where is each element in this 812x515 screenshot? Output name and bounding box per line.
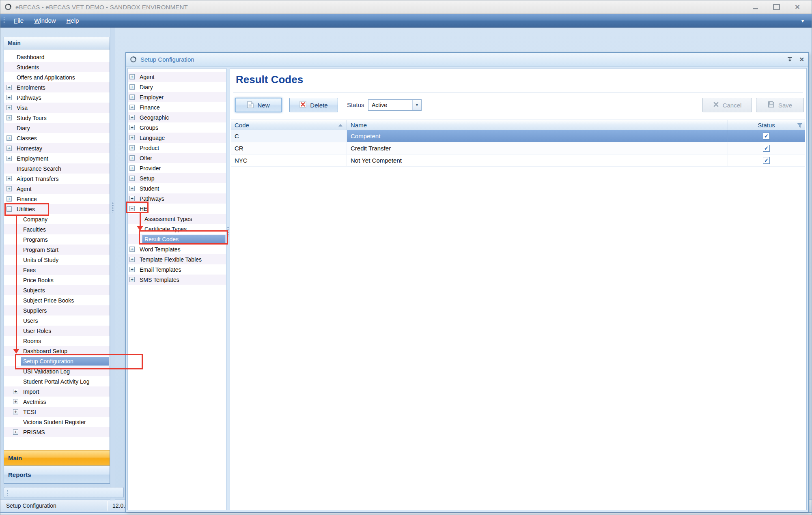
expand-icon[interactable]: + <box>13 389 18 394</box>
expand-icon[interactable]: + <box>129 115 135 120</box>
nav-item-user-roles[interactable]: User Roles <box>4 326 110 336</box>
save-button[interactable]: Save <box>756 98 804 112</box>
minimize-button[interactable] <box>749 2 761 11</box>
expand-icon[interactable]: + <box>129 165 135 171</box>
expand-icon[interactable]: + <box>129 94 135 100</box>
nav-item-dashboard[interactable]: Dashboard <box>4 52 110 62</box>
nav-item-tcsi[interactable]: +TCSI <box>4 407 110 417</box>
status-filter-select[interactable]: Active <box>368 99 422 111</box>
dock-icon[interactable] <box>787 57 793 62</box>
expand-icon[interactable]: + <box>6 146 12 151</box>
grid-row-nyc[interactable]: NYCNot Yet Competent <box>231 154 805 167</box>
menu-help[interactable]: Help <box>61 14 84 27</box>
status-checkbox[interactable] <box>763 157 770 164</box>
nav-item-program-start[interactable]: Program Start <box>4 245 110 255</box>
cell-code[interactable]: NYC <box>231 154 347 166</box>
setup-item-assessment-types[interactable]: Assessment Types <box>128 214 226 224</box>
nav-item-setup-configuration[interactable]: Setup Configuration <box>4 356 110 366</box>
expand-icon[interactable]: + <box>13 399 18 404</box>
nav-item-programs[interactable]: Programs <box>4 234 110 245</box>
setup-item-pathways[interactable]: +Pathways <box>128 193 226 204</box>
nav-item-faculties[interactable]: Faculties <box>4 224 110 234</box>
nav-item-student-portal-activity-log[interactable]: Student Portal Activity Log <box>4 376 110 386</box>
expand-icon[interactable]: + <box>6 115 12 120</box>
nav-item-dashboard-setup[interactable]: Dashboard Setup <box>4 346 110 356</box>
expand-icon[interactable]: + <box>129 267 135 272</box>
nav-item-employment[interactable]: +Employment <box>4 153 110 163</box>
menu-file[interactable]: File <box>9 14 29 27</box>
setup-item-result-codes[interactable]: Result Codes <box>128 234 226 244</box>
expand-icon[interactable]: + <box>129 196 135 201</box>
expand-icon[interactable]: + <box>129 257 135 262</box>
setup-item-language[interactable]: +Language <box>128 133 226 143</box>
nav-item-price-books[interactable]: Price Books <box>4 275 110 285</box>
nav-item-offers-and-applications[interactable]: Offers and Applications <box>4 72 110 82</box>
setup-item-offer[interactable]: +Offer <box>128 153 226 163</box>
setup-window-titlebar[interactable]: Setup Configuration <box>126 53 808 67</box>
setup-item-certificate-types[interactable]: Certificate Types <box>128 224 226 234</box>
setup-item-agent[interactable]: +Agent <box>128 72 226 82</box>
nav-item-suppliers[interactable]: Suppliers <box>4 305 110 315</box>
splitter-grip-icon[interactable] <box>227 226 229 237</box>
expand-icon[interactable]: + <box>129 155 135 161</box>
expand-icon[interactable]: + <box>129 145 135 150</box>
setup-item-sms-templates[interactable]: +SMS Templates <box>128 275 226 285</box>
nav-item-pathways[interactable]: +Pathways <box>4 92 110 103</box>
nav-item-subjects[interactable]: Subjects <box>4 285 110 295</box>
sidebar-splitter[interactable] <box>110 28 115 500</box>
toolbar-grip[interactable] <box>3 17 5 24</box>
filter-icon[interactable] <box>797 123 803 128</box>
expand-icon[interactable]: + <box>13 429 18 435</box>
collapse-icon[interactable]: − <box>6 206 12 212</box>
nav-item-victoria-student-register[interactable]: Victoria Student Register <box>4 417 110 427</box>
cell-name[interactable]: Competent <box>347 130 728 142</box>
expand-icon[interactable]: + <box>6 135 12 141</box>
setup-item-word-templates[interactable]: +Word Templates <box>128 244 226 254</box>
expand-icon[interactable]: + <box>6 186 12 191</box>
toolbar-overflow-chevron-icon[interactable] <box>799 17 807 24</box>
nav-item-fees[interactable]: Fees <box>4 265 110 275</box>
setup-item-geographic[interactable]: +Geographic <box>128 112 226 122</box>
expand-icon[interactable]: + <box>129 176 135 181</box>
chevron-down-icon[interactable] <box>412 100 421 110</box>
nav-item-visa[interactable]: +Visa <box>4 103 110 113</box>
nav-item-insurance-search[interactable]: Insurance Search <box>4 163 110 174</box>
nav-item-homestay[interactable]: +Homestay <box>4 143 110 153</box>
setup-item-finance[interactable]: +Finance <box>128 102 226 112</box>
expand-icon[interactable]: + <box>6 95 12 100</box>
setup-item-he[interactable]: −HE <box>128 204 226 214</box>
column-header-status[interactable]: Status <box>728 120 805 130</box>
nav-item-enrolments[interactable]: +Enrolments <box>4 82 110 92</box>
nav-item-students[interactable]: Students <box>4 62 110 72</box>
nav-item-diary[interactable]: Diary <box>4 123 110 133</box>
expand-icon[interactable]: + <box>6 176 12 181</box>
expand-icon[interactable]: + <box>6 85 12 90</box>
nav-item-subject-price-books[interactable]: Subject Price Books <box>4 295 110 305</box>
setup-item-email-templates[interactable]: +Email Templates <box>128 264 226 275</box>
splitter-grip-icon[interactable] <box>112 202 114 212</box>
nav-item-finance[interactable]: +Finance <box>4 194 110 204</box>
setup-item-groups[interactable]: +Groups <box>128 122 226 133</box>
nav-item-prisms[interactable]: +PRISMS <box>4 427 110 437</box>
collapse-icon[interactable]: − <box>129 206 135 211</box>
expand-icon[interactable]: + <box>129 125 135 130</box>
setup-item-product[interactable]: +Product <box>128 143 226 153</box>
setup-tree-splitter[interactable] <box>226 68 230 510</box>
expand-icon[interactable]: + <box>129 135 135 140</box>
nav-button-reports[interactable]: Reports <box>4 466 110 483</box>
collapsed-panel-strip[interactable] <box>4 487 124 498</box>
nav-item-utilities[interactable]: −Utilities <box>4 204 110 214</box>
status-checkbox[interactable] <box>763 145 770 152</box>
grid-row-c[interactable]: CCompetent <box>231 130 805 142</box>
setup-item-diary[interactable]: +Diary <box>128 82 226 92</box>
expand-icon[interactable]: + <box>129 186 135 191</box>
menu-window[interactable]: Window <box>29 14 61 27</box>
nav-item-agent[interactable]: +Agent <box>4 184 110 194</box>
nav-item-company[interactable]: Company <box>4 214 110 224</box>
expand-icon[interactable]: + <box>6 196 12 202</box>
delete-button[interactable]: Delete <box>289 98 338 112</box>
setup-item-template-flexible-tables[interactable]: +Template Flexible Tables <box>128 254 226 264</box>
expand-icon[interactable]: + <box>129 277 135 282</box>
setup-item-employer[interactable]: +Employer <box>128 92 226 102</box>
nav-item-users[interactable]: Users <box>4 315 110 326</box>
